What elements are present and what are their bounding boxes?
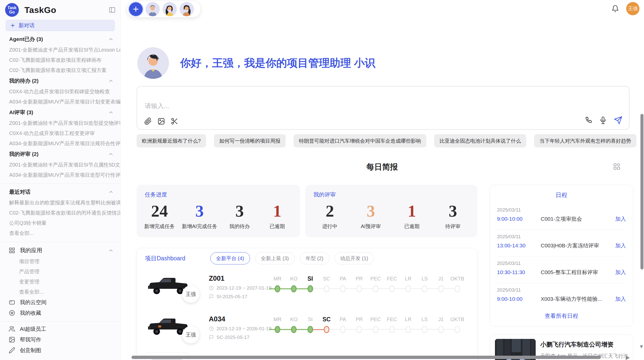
milestone-dot-done[interactable] [275, 326, 280, 333]
schedule-date: 2025/03/11 [497, 287, 626, 293]
stat-label: 已逾期 [397, 223, 427, 230]
list-item[interactable]: Z001-全新燃油轻卡产品开发项目SI节点属性5D文件评审 [0, 160, 120, 170]
app-item-project[interactable]: 项目管理 [0, 256, 120, 266]
member-avatar[interactable] [163, 2, 177, 16]
my-apps-header[interactable]: 我的应用 [0, 245, 120, 256]
suggestion-chip[interactable]: 比亚迪全固态电池计划具体说了什么 [434, 134, 526, 147]
milestone-dot[interactable] [438, 326, 444, 333]
milestone-dot[interactable] [373, 326, 378, 333]
milestone-dot[interactable] [455, 326, 460, 333]
notifications-bell-icon[interactable] [611, 5, 619, 12]
send-icon[interactable] [614, 116, 622, 125]
filter-pill[interactable]: 动总开发 (1) [334, 252, 374, 264]
section-my-review[interactable]: 我的评审 (2) [0, 148, 120, 160]
phone-call-icon[interactable] [584, 116, 592, 124]
suggestion-chip[interactable]: 如何写一份清晰的项目周报 [214, 134, 286, 147]
filter-pill[interactable]: 全新平台 (4) [210, 252, 250, 264]
join-link[interactable]: 加入 [615, 269, 626, 276]
milestone-dot[interactable] [373, 285, 378, 292]
horizontal-scrollbar[interactable] [131, 356, 601, 359]
chevron-up-icon [108, 189, 114, 195]
project-owner-badge: 王强 [182, 326, 199, 343]
section-agent-done[interactable]: Agent已办 (3) [0, 34, 120, 45]
suggestion-chip[interactable]: 当下年轻人对汽车外观有怎样的喜好趋势 [534, 134, 636, 147]
image-upload-icon[interactable] [157, 117, 165, 125]
layout-grid-icon[interactable] [613, 163, 621, 170]
join-link[interactable]: 加入 [615, 215, 626, 222]
member-avatar[interactable] [180, 2, 194, 16]
chat-input[interactable] [145, 102, 450, 110]
microphone-icon[interactable] [599, 116, 607, 124]
join-link[interactable]: 加入 [615, 295, 626, 303]
stat-columns: 2 进行中 3 AI预评审 1 已逾期 3 待评审 [309, 203, 473, 230]
section-label: 最近对话 [9, 188, 31, 196]
list-item[interactable]: C0X4-动力总成开发项目SI里程碑提交物检查 [0, 86, 120, 97]
milestone-dot[interactable] [405, 326, 411, 333]
scissors-icon[interactable] [171, 117, 178, 125]
view-all-chats[interactable]: 查看全部... [0, 228, 120, 238]
list-item[interactable]: C02-飞腾新能源轻客改款项目立项汇报方案 [0, 65, 120, 75]
list-item[interactable]: 公司Q3轻卡销量 [0, 218, 120, 228]
section-recent-chats[interactable]: 最近对话 [0, 186, 120, 198]
list-item[interactable]: A034-全新新能源MUV产品开发项目造型可行性评审 [0, 170, 120, 180]
list-item[interactable]: A034-全新新能源MUV产品开发项目计划变更表编写 [0, 97, 120, 107]
task-progress-card: 任务进度 24 新增完成任务 3 新增AI完成任务 3 我的待办 1 已逾期 [137, 185, 300, 237]
logo-text-bottom: Go [9, 10, 15, 14]
member-avatar[interactable] [145, 2, 160, 16]
milestone-dot-done[interactable] [308, 326, 313, 333]
join-link[interactable]: 加入 [615, 242, 626, 249]
add-agent-button[interactable] [129, 2, 143, 16]
filter-pill[interactable]: 年型 (2) [300, 252, 329, 264]
sidebar-item-cloud-space[interactable]: 我的云空间 [0, 297, 120, 308]
new-chat-button[interactable]: 新对话 [6, 20, 115, 31]
milestone-dot[interactable] [324, 285, 329, 292]
milestone-dot[interactable] [356, 326, 362, 333]
schedule-event-title: C003|H0B-方案冻结评审 [541, 242, 615, 249]
milestone-dot-done[interactable] [275, 285, 280, 292]
sidebar-collapse-icon[interactable] [109, 6, 116, 13]
milestone-dot[interactable] [389, 285, 395, 292]
scroll-right-arrow-icon[interactable]: ▶ [626, 354, 630, 360]
list-item[interactable]: A034-全新新能源MUV产品开发项目法规符合性评审 [0, 138, 120, 148]
list-item[interactable]: 解释最新出台的欧盟报废车法规再生塑料比例被调至15%... [0, 198, 120, 208]
milestone-dot[interactable] [405, 285, 411, 292]
view-all-apps[interactable]: 查看全部... [0, 287, 120, 297]
milestone-dot[interactable] [455, 285, 460, 292]
list-item[interactable]: C0X4-动力总成开发项目工程变更评审 [0, 128, 120, 138]
list-item[interactable]: Z001-全新燃油轻卡产品开发项目SI造型提交物评审 [0, 118, 120, 128]
app-item-product[interactable]: 产品管理 [0, 266, 120, 277]
project-code: Z001 [209, 275, 225, 282]
suggestion-chip[interactable]: 特朗普可能对进口汽车增税会对中国车企造成哪些影响 [294, 134, 426, 147]
view-all-schedule-link[interactable]: 查看所有日程 [490, 312, 633, 320]
project-row[interactable]: 王强 A034 2023-12-19 ~ 2026-01-19 SC-2025-… [137, 312, 477, 352]
list-item[interactable]: C02-飞腾新能源轻客改款项目里程碑画布 [0, 55, 120, 65]
sidebar-item-writing[interactable]: 帮我写作 [0, 334, 120, 345]
milestone-dot[interactable] [356, 285, 362, 292]
suggestion-chip[interactable]: 欧洲新规最近颁布了什么? [137, 134, 206, 147]
milestone-dot-overdue[interactable] [324, 326, 329, 333]
sidebar-item-drawing[interactable]: 创意制图 [0, 345, 120, 356]
milestone-dot-done[interactable] [308, 285, 313, 292]
user-avatar[interactable]: 王强 [626, 2, 639, 15]
milestone-dot[interactable] [389, 326, 395, 333]
filter-pill[interactable]: 全新上装 (3) [255, 252, 295, 264]
milestone-dot[interactable] [422, 285, 427, 292]
milestone-dot-done[interactable] [291, 285, 297, 292]
list-item[interactable]: C02-飞腾新能源轻客改款项目的闭环通告反馈情况 [0, 208, 120, 218]
list-item[interactable]: Z001-全新燃油皮卡产品开发项目SI节点Lesson Learn报告 [0, 45, 120, 55]
paperclip-icon[interactable] [144, 117, 152, 125]
milestone-dot-done[interactable] [291, 326, 297, 333]
milestone-dot[interactable] [340, 285, 346, 292]
section-ai-review[interactable]: AI评审 (3) [0, 107, 120, 118]
milestone-dot[interactable] [422, 326, 427, 333]
sidebar-item-ai-staff[interactable]: AI超级员工 [0, 324, 120, 334]
scroll-down-arrow-icon[interactable]: ▼ [639, 344, 644, 350]
app-item-change[interactable]: 变更管理 [0, 277, 120, 287]
card-title: 我的评审 [313, 191, 336, 199]
milestone-dot[interactable] [438, 285, 444, 292]
project-row[interactable]: 王强 Z001 2023-12-19 ~ 2027-01-19 SI-2025-… [137, 271, 477, 312]
milestone-dot[interactable] [340, 326, 346, 333]
vertical-scrollbar[interactable] [640, 114, 643, 269]
section-my-todo[interactable]: 我的待办 (2) [0, 75, 120, 86]
sidebar-item-favorites[interactable]: 我的收藏 [0, 308, 120, 318]
